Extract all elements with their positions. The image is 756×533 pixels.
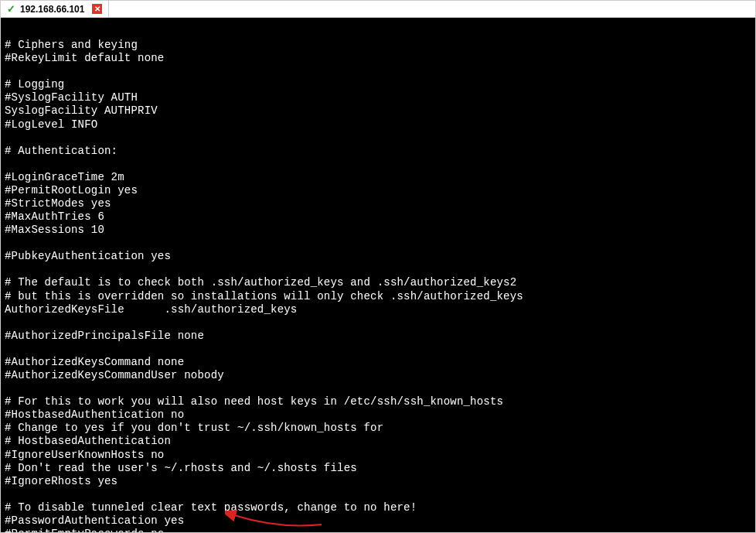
terminal-line: #IgnoreRhosts yes <box>5 475 117 487</box>
terminal-output[interactable]: # Ciphers and keying #RekeyLimit default… <box>1 18 755 532</box>
tab-title: 192.168.66.101 <box>20 4 84 15</box>
terminal-line: #AuthorizedKeysCommand none <box>5 356 184 368</box>
terminal-line: #PermitRootLogin yes <box>5 184 138 196</box>
terminal-line: # Change to yes if you don't trust ~/.ss… <box>5 422 383 434</box>
terminal-line: # The default is to check both .ssh/auth… <box>5 276 516 289</box>
terminal-line: # HostbasedAuthentication <box>5 435 171 447</box>
terminal-line: SyslogFacility AUTHPRIV <box>5 104 158 117</box>
terminal-line: # To disable tunneled clear text passwor… <box>5 501 417 514</box>
terminal-line: #RekeyLimit default none <box>5 52 164 64</box>
terminal-line: # Logging <box>5 78 64 91</box>
connected-check-icon: ✓ <box>7 3 15 15</box>
terminal-line: #HostbasedAuthentication no <box>5 408 184 421</box>
terminal-line: # For this to work you will also need ho… <box>5 395 503 408</box>
terminal-line: # Authentication: <box>5 145 117 157</box>
terminal-line: # but this is overridden so installation… <box>5 290 523 302</box>
terminal-line: #PermitEmptyPasswords no <box>5 528 164 533</box>
terminal-line: #AuthorizedPrincipalsFile none <box>5 330 204 342</box>
terminal-line: # Don't read the user's ~/.rhosts and ~/… <box>5 462 357 474</box>
terminal-line: #AuthorizedKeysCommandUser nobody <box>5 369 224 381</box>
terminal-line: #IgnoreUserKnownHosts no <box>5 449 164 461</box>
tab-bar: ✓ 192.168.66.101 ✕ <box>1 1 755 18</box>
terminal-line: AuthorizedKeysFile .ssh/authorized_keys <box>5 303 297 316</box>
terminal-line: #LogLevel INFO <box>5 118 97 131</box>
terminal-line: #SyslogFacility AUTH <box>5 91 138 104</box>
terminal-line: #MaxSessions 10 <box>5 224 104 236</box>
terminal-line: #PasswordAuthentication yes <box>5 514 184 527</box>
terminal-line: # Ciphers and keying <box>5 39 138 51</box>
terminal-line: #LoginGraceTime 2m <box>5 171 124 183</box>
terminal-line: #MaxAuthTries 6 <box>5 210 104 223</box>
close-tab-button[interactable]: ✕ <box>92 4 102 14</box>
terminal-line: #PubkeyAuthentication yes <box>5 250 171 262</box>
session-tab[interactable]: ✓ 192.168.66.101 ✕ <box>1 1 109 17</box>
terminal-line: #StrictModes yes <box>5 197 111 210</box>
